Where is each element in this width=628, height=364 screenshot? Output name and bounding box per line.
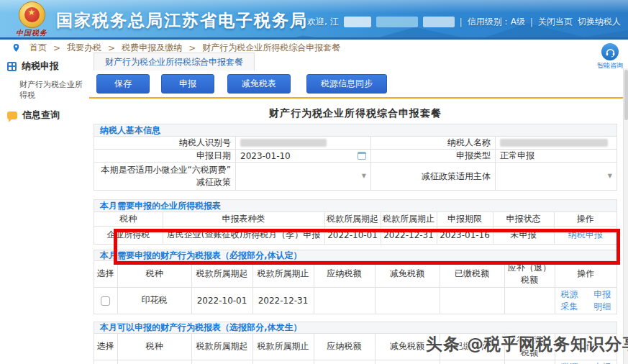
taxpayer-name-value [496,137,616,149]
period-end-cell: 2022-12-31 [381,227,437,244]
scrollbar-thumb[interactable] [624,70,628,120]
tax-source-collect-link[interactable]: 税源采集 [557,361,583,364]
tab-underline [89,97,628,99]
sidebar: 纳税申报 财产行为税企业所得税 信息查询 [0,56,86,364]
sidebar-item-label: 纳税申报 [22,60,59,73]
declare-button[interactable]: 申报 [161,74,214,94]
policy-subject-select[interactable]: ▼ [496,163,616,190]
period-end-cell [252,360,314,364]
table-row-stamp-tax: 印花税 2022-10-01 2022-12-31 税源采集 申报明细 [94,287,616,314]
divider: | [460,17,463,27]
declare-date-value: 2023-01-10 [240,151,291,161]
declare-type-value: 正常申报 [496,150,616,162]
table-header-row: 选择 税种 税款所属期起 税款所属期止 应纳税额 减免税额 已缴税额 应补（退）… [94,261,616,288]
section-title-basic-info: 纳税人基本信息 [94,124,616,137]
tax-declare-link[interactable]: 纳税申报 [568,229,603,240]
period-end-cell: 2022-12-31 [252,287,314,314]
switch-taxpayer-link[interactable]: 切换纳税人 [578,16,621,28]
main-area: 财产行为税企业所得税综合申报套餐 保存 申报 减免税表 税源信息同步 财产行为税… [86,53,628,364]
vertical-scrollbar[interactable] [623,68,628,364]
chat-bubble-icon [7,112,17,119]
declare-detail-link[interactable]: 申报明细 [589,288,615,313]
micro-policy-label: 本期是否适用小微企业“六税两费”减征政策 [94,163,236,190]
close-page-link[interactable]: 关闭当页 [538,16,573,28]
sidebar-item-info-query[interactable]: 信息查询 [0,105,86,125]
tax-type-cell: 印花税（按次） [117,360,191,364]
location-pin-icon [12,43,21,53]
taxpayer-id-label: 纳税人识别号 [94,137,236,149]
period-start-cell: 2022-10-01 [324,227,381,244]
period-start-cell: 2022-10-01 [191,287,252,314]
redacted-value [500,139,608,147]
declare-date-field[interactable]: 2023-01-10 [236,150,371,162]
page: 中国税务 国家税务总局江苏省电子税务局 欢迎, 江 | 信用级别：A级 | 关闭… [0,0,628,364]
col-header: 税种 [117,261,191,288]
calendar-icon[interactable] [358,152,366,160]
breadcrumb-separator: > [188,43,196,53]
form-row: 本期是否适用小微企业“六税两费”减征政策 ▼ 减征政策适用主体 ▼ [94,163,616,190]
divider: | [530,17,533,27]
col-header: 已缴税额 [440,261,504,288]
tax-source-collect-link[interactable]: 税源采集 [557,288,583,313]
row-checkbox[interactable] [101,296,110,306]
table-row: 企业所得税 居民企业(查账征收)所得税月（季）申报 2022-10-01 202… [94,227,616,244]
tax-type-cell: 印花税 [117,287,191,314]
sidebar-item-label: 信息查询 [22,109,60,122]
col-header: 税种 [94,212,163,227]
watermark: 头条 @税乎网税务知识分享 [426,333,628,355]
taxpayer-name-label: 纳税人名称 [371,137,496,149]
smart-consult-widget[interactable]: 智能咨询 [595,43,625,70]
col-header: 税款所属期起 [324,212,381,227]
national-emblem-icon [19,1,45,28]
section-title-income-tax: 本月需要申报的企业所得税报表 [94,200,616,212]
col-header: 税款所属期止 [381,212,437,227]
section-title-required: 本月需要申报的财产行为税报表（必报部分,体认定） [94,250,616,261]
grid-icon [7,62,17,71]
micro-policy-select[interactable]: ▼ [236,163,371,190]
income-tax-panel: 本月需要申报的企业所得税报表 税种 申报表种类 税款所属期起 税款所属期止 申报… [94,199,617,245]
redacted-username [423,17,455,27]
col-header: 选择 [94,261,117,288]
logo-caption: 中国税务 [16,28,47,38]
declare-date-label: 申报日期 [94,150,236,162]
headset-icon [601,43,619,60]
tab-declare-package[interactable]: 财产行为税企业所得税综合申报套餐 [94,53,255,70]
table-header-row: 税种 申报表种类 税款所属期起 税款所属期止 申报期限 申报状态 操作 [94,212,616,227]
credit-rating: 信用级别：A级 [468,16,525,28]
sidebar-item-tax-declare[interactable]: 纳税申报 [0,56,86,76]
site-title: 国家税务总局江苏省电子税务局 [56,9,308,32]
toolbar: 保存 申报 减免税表 税源信息同步 [96,74,628,94]
sidebar-item-property-tax[interactable]: 财产行为税企业所得税 [0,76,86,105]
welcome-text: 欢迎, 江 [307,16,339,28]
col-header: 税款所属期止 [252,261,314,288]
redacted-username [344,17,371,27]
tax-bureau-logo: 中国税务 [16,1,47,38]
col-header: 操作 [555,261,616,288]
deadline-cell: 2023-01-16 [437,227,493,244]
form-row: 纳税人识别号 纳税人名称 [94,137,616,150]
col-header: 税种 [117,334,191,360]
breadcrumb-separator: > [108,43,115,53]
col-header: 申报状态 [493,212,554,227]
col-header: 应纳税额 [314,334,375,360]
breadcrumb-item-home[interactable]: 首页 [29,42,47,54]
policy-subject-label: 减征政策适用主体 [371,163,496,190]
col-header: 税款所属期起 [191,261,252,288]
breadcrumb-separator: > [53,43,60,53]
declare-type-label: 申报类型 [371,150,496,162]
chevron-down-icon[interactable]: ▼ [608,173,612,179]
col-header: 税款所属期起 [191,334,252,360]
chevron-down-icon[interactable]: ▼ [362,173,366,179]
table-row: 印花税（按次） 税源采集 申报明细 [94,360,616,364]
save-button[interactable]: 保存 [96,74,150,94]
reduce-tax-form-button[interactable]: 减免税表 [227,74,291,94]
required-table: 选择 税种 税款所属期起 税款所属期止 应纳税额 减免税额 已缴税额 应补（退）… [94,261,616,314]
tax-source-sync-button[interactable]: 税源信息同步 [306,74,387,94]
smart-consult-label: 智能咨询 [595,61,625,70]
col-header: 应补（退）税额 [504,261,555,288]
period-start-cell [191,360,252,364]
status-cell: 未申报 [493,227,554,244]
page-title: 财产行为税企业所得税综合申报套餐 [94,107,617,120]
declare-detail-link[interactable]: 申报明细 [589,361,615,364]
taxpayer-id-value [236,137,371,149]
